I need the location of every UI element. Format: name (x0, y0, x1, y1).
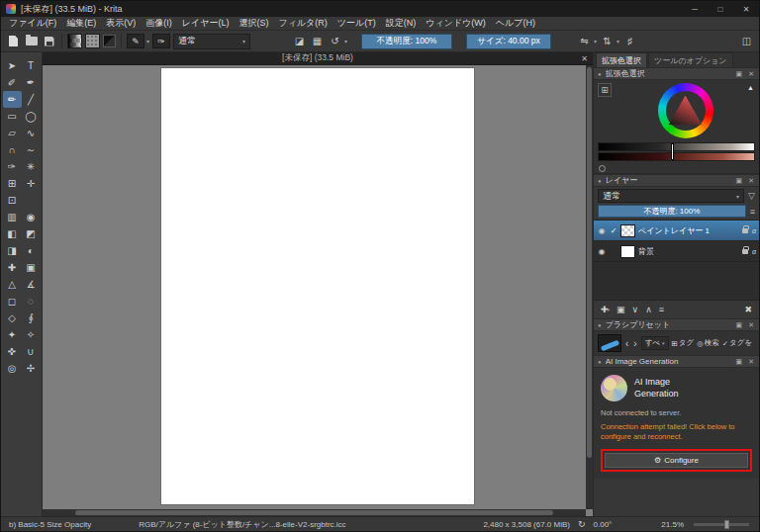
smart-patch-tool[interactable]: ✚ (3, 259, 22, 276)
pan-tool[interactable]: ✢ (22, 360, 41, 377)
menu-item[interactable]: ツール(T) (332, 17, 381, 30)
edit-brush-settings-button[interactable]: ✎ (127, 34, 144, 48)
multibrush-tool[interactable]: ✳ (22, 158, 41, 175)
reference-images-tool[interactable]: ▣ (22, 259, 41, 276)
move-layer-up-button[interactable]: ∧ (645, 305, 652, 314)
menu-item[interactable]: ファイル(F) (4, 17, 61, 30)
layer-opacity-slider[interactable]: 不透明度: 100% (598, 205, 746, 218)
float-docker-icon[interactable]: ▣ (735, 358, 744, 366)
menu-item[interactable]: フィルタ(R) (273, 17, 332, 30)
layer-row[interactable]: ◉ 背景 α (594, 241, 759, 262)
vertical-scrollbar[interactable] (586, 65, 593, 509)
zoom-slider-thumb[interactable] (724, 520, 729, 529)
close-docker-icon[interactable]: ✕ (747, 321, 755, 329)
float-docker-icon[interactable]: ▣ (735, 70, 744, 78)
ellipse-select-tool[interactable]: ◌ (22, 293, 41, 310)
preset-search-field[interactable]: ◎ 検索 (697, 338, 719, 348)
enclose-fill-tool[interactable]: ◩ (22, 225, 41, 242)
horizontal-scrollbar[interactable] (43, 509, 586, 516)
current-brush-preset-thumbnail[interactable] (598, 334, 621, 352)
ellipse-tool[interactable]: ◯ (22, 108, 41, 125)
colorize-mask-tool[interactable]: ◐ (22, 242, 41, 259)
foreground-color-button[interactable] (103, 35, 116, 47)
hue-ring[interactable] (658, 83, 713, 138)
freehand-path-tool[interactable]: ∼ (22, 141, 41, 158)
horizontal-scrollbar-thumb[interactable] (75, 510, 553, 515)
close-docker-icon[interactable]: ✕ (747, 177, 755, 185)
menu-item[interactable]: 設定(N) (381, 17, 422, 30)
add-layer-button[interactable]: ✚▾ (601, 305, 610, 314)
canvas-rotation-icon[interactable]: ↻ (578, 519, 586, 529)
preset-filter-dropdown[interactable]: すべ ▾ (641, 336, 669, 350)
color-history-icon[interactable] (599, 165, 606, 172)
float-docker-icon[interactable]: ▣ (735, 177, 744, 185)
pattern-fill-tool[interactable]: ◧ (3, 225, 22, 242)
pattern-chooser-button[interactable] (85, 34, 100, 48)
similar-select-tool[interactable]: ✧ (22, 326, 41, 343)
layer-lock-icon[interactable] (742, 228, 748, 233)
layer-lock-icon[interactable] (742, 249, 748, 254)
close-button[interactable]: ✕ (733, 1, 759, 17)
assistants-tool[interactable]: △ (3, 276, 22, 293)
gamut-mask-icon[interactable]: ▲ (747, 84, 754, 91)
blending-mode-dropdown[interactable]: 通常 ▾ (173, 34, 250, 49)
edit-shapes-tool[interactable]: ✐ (3, 74, 22, 91)
minimize-button[interactable]: ─ (682, 1, 708, 17)
preserve-alpha-button[interactable]: ▦ (310, 34, 325, 49)
magnetic-select-tool[interactable]: ∪ (22, 343, 41, 360)
zoom-tool[interactable]: ◎ (3, 360, 22, 377)
rectangle-tool[interactable]: ▭ (3, 108, 22, 125)
polygon-tool[interactable]: ▱ (3, 125, 22, 141)
mirror-horizontal-button[interactable]: ⇋ (577, 34, 592, 49)
menu-item[interactable]: 編集(E) (61, 17, 101, 30)
saturation-value-triangle[interactable] (669, 95, 703, 125)
menu-item[interactable]: 表示(V) (101, 17, 141, 30)
layer-alpha-icon[interactable]: α (752, 248, 756, 255)
close-docker-icon[interactable]: ✕ (747, 70, 755, 78)
float-docker-icon[interactable]: ▣ (735, 321, 744, 329)
delete-layer-button[interactable]: ✖ (744, 305, 752, 314)
dynamic-brush-tool[interactable]: ✑ (3, 158, 22, 175)
brush-size-slider[interactable]: サイズ: 40.00 px (466, 34, 551, 49)
mirror-vertical-button[interactable]: ⇅ (600, 34, 615, 49)
next-preset-button[interactable]: › (632, 338, 637, 349)
shape-select-tool[interactable]: ➤ (3, 57, 22, 74)
document-close-icon[interactable]: ✕ (581, 52, 588, 64)
previous-preset-button[interactable]: ‹ (624, 338, 629, 349)
slider-handle[interactable] (671, 143, 674, 160)
layer-properties-button[interactable]: ≡ (659, 305, 664, 314)
tab-advanced-color-selector[interactable]: 拡張色選択 (596, 52, 647, 67)
close-docker-icon[interactable]: ✕ (747, 358, 755, 366)
freehand-select-tool[interactable]: ∮ (22, 310, 41, 326)
contiguous-select-tool[interactable]: ✦ (3, 326, 22, 343)
layer-alpha-icon[interactable]: α (752, 227, 756, 234)
canvas-page[interactable] (161, 68, 474, 504)
menu-item[interactable]: レイヤー(L) (177, 17, 235, 30)
layer-options-icon[interactable]: ≡ (750, 207, 755, 217)
layer-filter-icon[interactable]: ▽ (748, 191, 755, 201)
layer-row[interactable]: ◉ ✓ ペイントレイヤー 1 α (594, 221, 759, 241)
shade-selector-settings-button[interactable]: ⊞ (598, 83, 612, 97)
layer-blending-mode-dropdown[interactable]: 通常 ▾ (598, 189, 744, 203)
maximize-button[interactable]: □ (708, 1, 733, 17)
crop-tool[interactable]: ⊡ (3, 192, 22, 209)
save-document-button[interactable] (42, 34, 56, 49)
gradient-edit-tool[interactable]: ◨ (3, 242, 22, 259)
bezier-select-tool[interactable]: ✜ (3, 343, 22, 360)
move-layer-down-button[interactable]: ∨ (632, 305, 639, 314)
calligraphy-tool[interactable]: ✒ (22, 74, 41, 91)
gradient-tool[interactable]: ▥ (3, 209, 22, 225)
toolbox-spacer[interactable] (22, 192, 41, 209)
layer-visibility-icon[interactable]: ◉ (597, 226, 607, 235)
zoom-slider[interactable] (694, 523, 749, 526)
layer-visibility-icon[interactable]: ◉ (597, 247, 607, 256)
bezier-curve-tool[interactable]: ∩ (3, 141, 22, 158)
text-tool[interactable]: T (22, 57, 41, 74)
brush-opacity-slider[interactable]: 不透明度: 100% (361, 34, 452, 49)
gradient-chooser-button[interactable] (67, 34, 82, 48)
menu-item[interactable]: 画像(I) (141, 17, 177, 30)
measure-tool[interactable]: ∡ (22, 276, 41, 293)
menu-item[interactable]: ウィンドウ(W) (421, 17, 491, 30)
freehand-brush-tool[interactable]: ✏ (3, 91, 22, 108)
value-slider[interactable] (598, 142, 755, 151)
